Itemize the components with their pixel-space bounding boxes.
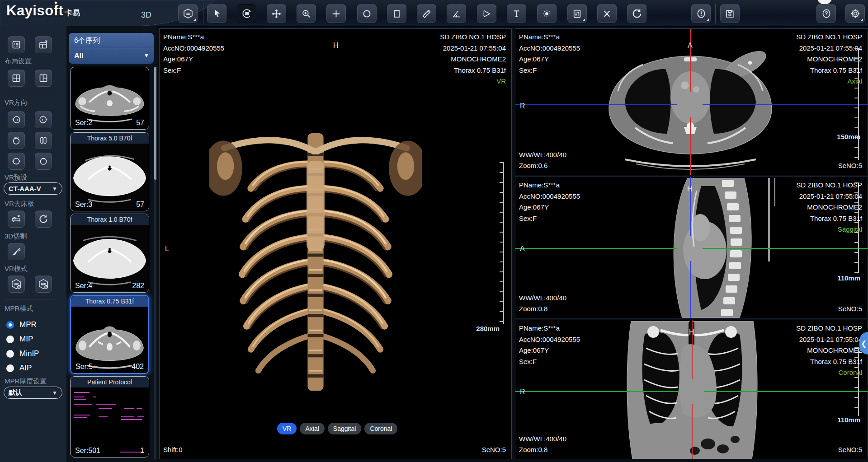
vr-orient-feet-button[interactable]	[35, 132, 52, 149]
patient-age: Age:067Y	[163, 54, 224, 65]
series-filter-dropdown[interactable]: All ▼	[69, 48, 154, 63]
toolbar-button-reset[interactable]	[627, 4, 646, 23]
toolbar-button-ellipse-roi[interactable]	[357, 4, 377, 23]
study-info-overlay: SD ZIBO NO.1 HOSP 2025-01-21 07:55:04 MO…	[440, 32, 506, 87]
crosshair-horizontal-blue[interactable]	[703, 104, 868, 105]
series-panel: 6个序列 All ▼ Ser:2 57 Thora	[66, 26, 156, 462]
series-description: Thorax 0.75 B31f	[796, 65, 862, 76]
toolbar-button-zoom[interactable]	[297, 4, 316, 23]
reset-bed-button[interactable]	[35, 210, 52, 228]
toolbar-button-text[interactable]	[507, 4, 526, 23]
cursor-icon	[212, 8, 222, 19]
crosshair-horizontal-green[interactable]	[515, 391, 679, 392]
vr-mode-mip-button[interactable]: MIP	[35, 275, 52, 293]
series-card-ser5-selected[interactable]: Thorax 0.75 B31f Ser:5 402	[70, 295, 149, 374]
crosshair-horizontal-green[interactable]	[703, 248, 868, 249]
crosshair-vertical-red[interactable]	[690, 29, 691, 92]
sidebar-button-layout-list[interactable]	[8, 36, 25, 53]
crosshair-vertical-red[interactable]	[690, 117, 691, 175]
vr-orient-head-back-button[interactable]	[35, 153, 52, 170]
radio-icon	[6, 364, 14, 372]
photometric: MONOCHROME2	[796, 345, 862, 356]
toolbar-button-ruler[interactable]	[417, 4, 436, 23]
layout-close-icon	[38, 39, 49, 50]
toolbar-button-delete[interactable]	[597, 4, 617, 23]
patient-sex: Sex:F	[519, 356, 580, 368]
mpr-mode-option-aip[interactable]: AIP	[6, 363, 32, 373]
pacs-3d-viewer: Kayisoft✦卡易 3D 3D	[0, 0, 868, 462]
patient-info-overlay: PName:S***a AccNO:0004920555 Age:067Y Se…	[519, 32, 580, 76]
mpr-mode-option-minip[interactable]: MinIP	[6, 349, 39, 359]
plane-button-saggital[interactable]: Saggital	[328, 423, 362, 434]
help-icon: ?	[821, 8, 832, 19]
toolbar-button-info[interactable]	[691, 4, 711, 23]
plane-button-coronal[interactable]: Coronal	[364, 423, 397, 434]
scrollbar-thumb[interactable]	[154, 67, 156, 180]
patient-info-overlay: PName:S***a AccNO:0004920555 Age:067Y Se…	[519, 180, 580, 224]
toolbar-button-brightness[interactable]	[537, 4, 557, 23]
crosshair-vertical-red[interactable]	[692, 404, 693, 459]
series-number: Ser:2	[75, 119, 92, 127]
plane-button-axial[interactable]: Axial	[300, 423, 324, 434]
toolbar-button-rotate3d[interactable]	[237, 4, 256, 23]
series-no: SeNO:5	[838, 444, 862, 456]
sagittal-viewport[interactable]: PName:S***a AccNO:0004920555 Age:067Y Se…	[515, 177, 868, 318]
vr-viewport[interactable]: PName:S***a AccNO:0004920555 Age:067Y Se…	[159, 28, 512, 459]
sidebar-button-layout-close[interactable]	[35, 36, 52, 53]
toolbar-button-angle[interactable]	[447, 4, 466, 23]
vr-orient-head-right-button[interactable]	[35, 111, 52, 128]
vr-orient-head-front-button[interactable]	[8, 153, 25, 170]
reset-icon	[631, 8, 643, 19]
toolbar-button-settings[interactable]	[845, 4, 865, 23]
angle-icon	[451, 8, 462, 19]
series-card-ser4[interactable]: Thorax 1.0 B70f Ser:4 282	[70, 214, 149, 293]
vr-mode-vr-button[interactable]: VR	[8, 275, 25, 293]
toolbar-button-3d-layout[interactable]: 3D	[178, 4, 198, 23]
series-title: Thorax 1.0 B70f	[71, 214, 149, 225]
hospital-name: SD ZIBO NO.1 HOSP	[796, 32, 862, 43]
reset-icon	[38, 214, 49, 224]
patient-age: Age:067Y	[519, 54, 580, 65]
plane-button-vr[interactable]: VR	[277, 423, 297, 434]
series-scrollbar[interactable]	[154, 67, 156, 460]
radio-label: AIP	[19, 364, 32, 373]
series-card-ser2[interactable]: Ser:2 57	[70, 67, 149, 130]
crosshair-horizontal-blue[interactable]	[515, 104, 677, 105]
radio-icon	[6, 336, 14, 343]
series-card-ser3[interactable]: Thorax 5.0 B70f Ser:3 57	[70, 132, 149, 211]
scale-label: 280mm	[476, 325, 500, 332]
ellipse-roi-icon	[361, 8, 373, 19]
remove-bed-button[interactable]	[8, 210, 25, 228]
toolbar-button-cobb-angle[interactable]	[477, 4, 496, 23]
mpr-mode-option-mpr[interactable]: MPR	[6, 320, 37, 330]
coronal-viewport[interactable]: PName:S***a AccNO:0004920555 Age:067Y Se…	[515, 320, 868, 459]
vr-orient-head-left-button[interactable]	[8, 111, 25, 128]
crosshair-vertical-blue[interactable]	[690, 261, 691, 318]
series-card-ser501-protocol[interactable]: Patient Protocol Ser:501 1	[70, 376, 149, 457]
series-number: Ser:3	[75, 201, 92, 209]
mpr-mode-option-mip[interactable]: MIP	[6, 334, 33, 344]
crosshair-horizontal-green[interactable]	[515, 248, 677, 249]
series-header: 6个序列 All ▼	[69, 33, 154, 64]
vr-orient-head-top-button[interactable]	[8, 132, 25, 149]
crosshair-horizontal-green[interactable]	[704, 391, 868, 392]
toolbar-button-help[interactable]: ?	[816, 4, 836, 23]
toolbar-button-rect-roi[interactable]	[387, 4, 406, 23]
mpr-thickness-dropdown[interactable]: 默认 ▼	[4, 387, 62, 399]
toolbar-button-pan[interactable]	[267, 4, 286, 23]
section-label-layout: 布局设置	[5, 57, 32, 65]
series-filter-value: All	[74, 48, 83, 63]
study-datetime: 2025-01-21 07:55:04	[796, 43, 862, 54]
delete-x-icon	[601, 8, 613, 19]
toolbar-button-cursor[interactable]	[207, 4, 226, 23]
axial-viewport[interactable]: PName:S***a AccNO:0004920555 Age:067Y Se…	[515, 28, 868, 175]
toolbar-button-save[interactable]	[720, 4, 740, 23]
plane-label: VR	[440, 76, 506, 87]
scalpel-cut-button[interactable]	[8, 243, 25, 260]
sidebar-button-split-layout[interactable]	[35, 70, 52, 87]
head-right-icon	[38, 114, 49, 125]
toolbar-button-window-level[interactable]	[567, 4, 587, 23]
vr-preset-dropdown[interactable]: CT-AAA-V ▼	[4, 182, 62, 195]
sidebar-button-grid-layout[interactable]	[8, 70, 25, 87]
toolbar-button-crosshair[interactable]	[326, 4, 346, 23]
